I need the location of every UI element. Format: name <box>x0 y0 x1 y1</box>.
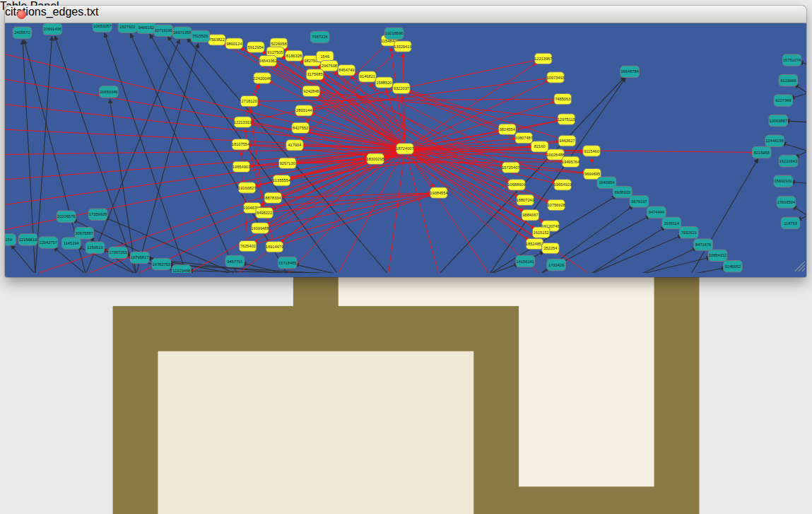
network-node[interactable]: 1250513 <box>86 242 105 253</box>
network-node[interactable]: 252254 <box>542 243 559 254</box>
network-node[interactable]: 16671355 <box>173 27 192 38</box>
zoom-window-icon[interactable] <box>5 10 14 19</box>
citation-edge-black[interactable] <box>782 143 806 151</box>
citation-edge-red[interactable] <box>266 194 432 227</box>
network-window-titlebar[interactable]: citations_edges.txt <box>5 6 806 23</box>
network-canvas[interactable]: 1872400775638229860124591295452260589127… <box>5 23 806 276</box>
network-node[interactable]: 7563822 <box>208 35 225 45</box>
network-node[interactable]: 8878334 <box>264 192 281 203</box>
network-node[interactable]: 10756928 <box>547 199 565 210</box>
network-node[interactable]: 18300295 <box>366 153 384 164</box>
citation-edge-red[interactable] <box>338 155 402 273</box>
network-node[interactable]: 12444158 <box>765 135 784 146</box>
network-node[interactable]: 7485063 <box>554 93 571 104</box>
network-node[interactable]: 9474444 <box>647 206 666 218</box>
citation-edge-black[interactable] <box>150 34 288 273</box>
network-node[interactable]: 10719195 <box>154 25 173 36</box>
network-node[interactable]: 10025488 <box>546 149 564 160</box>
network-node[interactable]: 12975115 <box>558 114 575 124</box>
network-node[interactable]: 9267130 <box>279 158 296 168</box>
network-node[interactable]: 8938923 <box>613 186 632 197</box>
network-node[interactable]: 19495764 <box>562 156 579 167</box>
close-window-icon[interactable] <box>17 10 26 19</box>
network-node[interactable]: 2718120 <box>240 95 257 106</box>
network-node[interactable]: 3824554 <box>499 124 516 134</box>
network-node[interactable]: 19384554 <box>430 187 447 198</box>
citation-edge-red[interactable] <box>300 59 520 197</box>
network-node[interactable]: 9245652 <box>724 261 743 272</box>
citation-edge-red[interactable] <box>240 47 529 240</box>
network-node[interactable]: 10654112 <box>708 250 727 261</box>
network-node[interactable]: 10653287 <box>93 23 112 32</box>
network-node[interactable]: 33159 <box>5 234 16 245</box>
network-node[interactable]: 8215955 <box>753 146 772 158</box>
network-node[interactable]: 17359928 <box>88 209 107 220</box>
network-node[interactable]: 12923468 <box>172 265 192 273</box>
network-node[interactable]: 15718485 <box>278 257 297 268</box>
network-node[interactable]: 7625402 <box>239 240 256 251</box>
network-node-hub[interactable]: 18724007 <box>396 144 413 154</box>
network-node[interactable]: 13325419 <box>394 41 411 52</box>
citation-edge-red[interactable] <box>411 101 556 147</box>
network-node[interactable]: 16210643 <box>779 156 798 167</box>
network-node[interactable]: 5912954 <box>247 42 264 52</box>
network-node[interactable]: 11355554 <box>273 175 290 186</box>
network-node[interactable]: 16099488 <box>251 223 269 233</box>
network-node[interactable]: 1527602 <box>118 23 137 33</box>
network-node[interactable]: 18807249 <box>517 194 534 205</box>
network-node[interactable]: 82160 <box>531 141 548 152</box>
network-node[interactable]: 8471676 <box>694 239 713 250</box>
network-node[interactable]: 18524851 <box>526 238 543 249</box>
citation-edge-red[interactable] <box>250 123 399 148</box>
citation-edge-black[interactable] <box>640 247 696 272</box>
network-node[interactable]: 8498222 <box>256 208 273 218</box>
network-node[interactable]: 16782753 <box>152 258 171 269</box>
network-node[interactable]: 8186328 <box>286 50 302 61</box>
network-node[interactable]: 8454749 <box>338 65 355 76</box>
citation-edge-black[interactable] <box>640 257 710 273</box>
network-node[interactable]: 2405572 <box>13 27 32 38</box>
network-node[interactable]: 1733426 <box>547 259 566 270</box>
network-node[interactable]: 9129966 <box>779 74 798 86</box>
network-node[interactable]: 15751074 <box>782 54 801 66</box>
citation-edge-black[interactable] <box>590 227 666 273</box>
network-node[interactable]: 16914479 <box>266 241 283 252</box>
citation-edge-black[interactable] <box>136 43 199 273</box>
citation-edge-black[interactable] <box>86 40 180 273</box>
network-node[interactable]: 2803144 <box>295 105 312 116</box>
minimize-window-icon[interactable] <box>31 10 40 19</box>
network-node[interactable]: 19654923 <box>554 180 572 190</box>
citation-edge-red[interactable] <box>408 90 501 127</box>
network-node[interactable]: 9146821 <box>359 71 376 82</box>
network-node[interactable]: 19654903 <box>233 161 250 172</box>
network-node[interactable]: 14156141 <box>516 255 535 267</box>
citation-edge-red[interactable] <box>406 155 439 273</box>
network-node[interactable]: 19166827 <box>238 182 256 193</box>
network-node[interactable]: 15692931 <box>774 175 793 187</box>
network-node[interactable]: 30975887 <box>75 228 94 239</box>
network-node[interactable]: 1615152 <box>532 227 549 238</box>
network-node[interactable]: 1640954 <box>597 177 616 188</box>
network-node[interactable]: 12213967 <box>534 53 552 64</box>
network-node[interactable]: 12093887 <box>769 115 788 127</box>
network-node[interactable]: 9115460 <box>583 146 600 156</box>
network-node[interactable]: 118753 <box>781 217 800 228</box>
network-node[interactable]: 20691406 <box>43 23 62 35</box>
citation-edge-black[interactable] <box>11 245 35 273</box>
network-node[interactable]: 6679197 <box>630 196 649 207</box>
network-node[interactable]: 12942757 <box>39 237 58 248</box>
resize-grip-icon[interactable] <box>795 262 805 271</box>
network-node[interactable]: 9457791 <box>225 255 245 267</box>
network-node[interactable]: 7932621 <box>680 227 699 238</box>
network-node[interactable]: 7957224 <box>310 31 329 42</box>
network-node[interactable]: 12213319 <box>234 117 252 127</box>
network-node[interactable]: 2967608 <box>321 61 338 71</box>
citation-edge-black[interactable] <box>785 121 806 122</box>
network-node[interactable]: 9884067 <box>522 210 539 221</box>
network-node[interactable]: 17016504 <box>777 197 796 208</box>
network-node[interactable]: 9860124 <box>225 38 242 49</box>
network-node[interactable]: 16648784 <box>620 66 640 77</box>
network-node[interactable]: 417004 <box>286 140 303 151</box>
network-node[interactable]: 20653346 <box>100 86 119 98</box>
network-node[interactable]: 15720407 <box>502 162 519 173</box>
